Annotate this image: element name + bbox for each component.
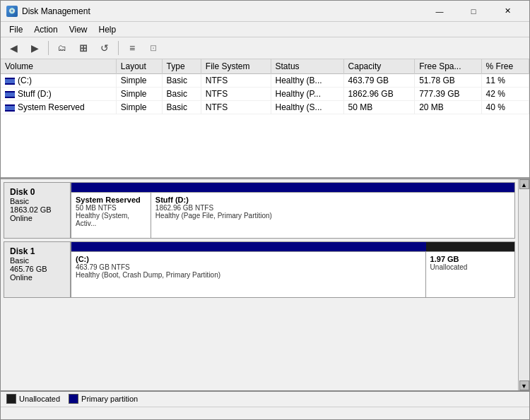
scroll-up[interactable]: ▲ — [519, 179, 529, 189]
window-title: Disk Management — [22, 6, 423, 16]
table-row[interactable]: Stuff (D:) Simple Basic NTFS Healthy (P.… — [1, 88, 529, 101]
cell-volume: System Reserved — [1, 101, 116, 114]
legend-primary-box — [69, 394, 78, 404]
disk-partitions-0: System Reserved 50 MB NTFS Healthy (Syst… — [71, 183, 514, 238]
partition-name: Stuff (D:) — [155, 196, 510, 204]
col-percentfree[interactable]: % Free — [481, 59, 529, 74]
toolbar: ◀ ▶ 🗂 ⊞ ↺ ≡ ⊡ — [1, 37, 529, 59]
scrollbar[interactable]: ▲ ▼ — [518, 179, 529, 390]
partition-size: 1862.96 GB NTFS — [155, 204, 510, 212]
disk-bar-0 — [71, 183, 514, 193]
disk-label-1: Disk 1 Basic 465.76 GB Online — [4, 242, 71, 297]
col-layout[interactable]: Layout — [116, 59, 162, 74]
cell-capacity: 50 MB — [343, 101, 415, 114]
partition-name: (C:) — [76, 255, 421, 263]
bar-segment — [426, 242, 514, 251]
legend-unallocated-label: Unallocated — [19, 395, 60, 403]
minimize-button[interactable]: — — [423, 1, 456, 22]
cell-status: Healthy (P... — [271, 88, 343, 101]
partition-size: 50 MB NTFS — [76, 204, 146, 212]
disk-row-0: Disk 0 Basic 1863.02 GB Online System Re… — [4, 182, 515, 239]
col-status[interactable]: Status — [271, 59, 343, 74]
disk-properties-button[interactable]: ⊞ — [73, 38, 93, 58]
partition-detail: Healthy (Boot, Crash Dump, Primary Parti… — [76, 271, 421, 279]
disk-bar-1 — [71, 242, 514, 252]
cell-layout: Simple — [116, 88, 162, 101]
partition-block-1-0[interactable]: (C:) 463.79 GB NTFS Healthy (Boot, Crash… — [71, 252, 426, 297]
legend-primary: Primary partition — [69, 394, 138, 404]
col-capacity[interactable]: Capacity — [343, 59, 415, 74]
main-content: Volume Layout Type File System Status Ca… — [1, 59, 529, 390]
back-button[interactable]: ◀ — [4, 38, 23, 58]
cell-percentfree: 42 % — [481, 88, 529, 101]
col-freespace[interactable]: Free Spa... — [415, 59, 481, 74]
cell-volume: Stuff (D:) — [1, 88, 116, 101]
table-row[interactable]: (C:) Simple Basic NTFS Healthy (B... 463… — [1, 74, 529, 88]
close-button[interactable]: ✕ — [491, 1, 524, 22]
cell-type: Basic — [162, 74, 201, 88]
toolbar-sep-2 — [118, 41, 119, 55]
partition-size: Unallocated — [430, 263, 510, 271]
cell-capacity: 1862.96 GB — [343, 88, 415, 101]
partition-detail: Healthy (Page File, Primary Partition) — [155, 212, 510, 220]
partition-block-1-1[interactable]: 1.97 GB Unallocated — [426, 252, 514, 297]
disk-row-1: Disk 1 Basic 465.76 GB Online (C:) 463.7… — [4, 241, 515, 298]
col-filesystem[interactable]: File System — [201, 59, 271, 74]
cell-layout: Simple — [116, 74, 162, 88]
disk-size: 1863.02 GB — [10, 205, 64, 214]
disk-type: Basic — [10, 197, 64, 205]
window-controls: — □ ✕ — [423, 1, 524, 22]
title-bar: 💿 Disk Management — □ ✕ — [1, 1, 529, 22]
bar-segment — [71, 242, 426, 251]
disk-label-0: Disk 0 Basic 1863.02 GB Online — [4, 183, 71, 238]
cell-freespace: 51.78 GB — [415, 74, 481, 88]
menu-help[interactable]: Help — [93, 22, 122, 37]
menu-action[interactable]: Action — [28, 22, 63, 37]
disk-status: Online — [10, 214, 64, 222]
cell-percentfree: 40 % — [481, 101, 529, 114]
disk-status: Online — [10, 273, 64, 282]
legend-bar: Unallocated Primary partition — [1, 390, 529, 406]
cell-capacity: 463.79 GB — [343, 74, 415, 88]
extend-button[interactable]: ⊡ — [143, 38, 163, 58]
cell-percentfree: 11 % — [481, 74, 529, 88]
col-type[interactable]: Type — [162, 59, 201, 74]
disk-partitions-1: (C:) 463.79 GB NTFS Healthy (Boot, Crash… — [71, 242, 514, 297]
forward-button[interactable]: ▶ — [25, 38, 45, 58]
partitions-detail-0: System Reserved 50 MB NTFS Healthy (Syst… — [71, 193, 514, 238]
disk-name: Disk 1 — [10, 246, 64, 256]
partitions-detail-1: (C:) 463.79 GB NTFS Healthy (Boot, Crash… — [71, 252, 514, 297]
cell-filesystem: NTFS — [201, 88, 271, 101]
cell-status: Healthy (S... — [271, 101, 343, 114]
disk-name: Disk 0 — [10, 187, 64, 197]
legend-unallocated-box — [6, 394, 16, 404]
cell-freespace: 777.39 GB — [415, 88, 481, 101]
menu-file[interactable]: File — [4, 22, 28, 37]
volume-table: Volume Layout Type File System Status Ca… — [1, 59, 529, 114]
legend-primary-label: Primary partition — [81, 395, 138, 403]
partition-detail: Healthy (System, Activ... — [76, 212, 146, 227]
status-bar — [1, 407, 529, 420]
partition-block-0-1[interactable]: Stuff (D:) 1862.96 GB NTFS Healthy (Page… — [151, 193, 514, 238]
table-row[interactable]: System Reserved Simple Basic NTFS Health… — [1, 101, 529, 114]
properties-button[interactable]: 🗂 — [52, 38, 72, 58]
cell-type: Basic — [162, 88, 201, 101]
cell-layout: Simple — [116, 101, 162, 114]
format-button[interactable]: ≡ — [122, 38, 142, 58]
app-icon: 💿 — [6, 6, 18, 17]
partition-block-0-0[interactable]: System Reserved 50 MB NTFS Healthy (Syst… — [71, 193, 151, 238]
scroll-down[interactable]: ▼ — [519, 380, 529, 390]
disk-size: 465.76 GB — [10, 265, 64, 273]
table-header-row: Volume Layout Type File System Status Ca… — [1, 59, 529, 74]
partition-name: System Reserved — [76, 196, 146, 204]
upper-pane: Volume Layout Type File System Status Ca… — [1, 59, 529, 179]
maximize-button[interactable]: □ — [457, 1, 490, 22]
window-frame: 💿 Disk Management — □ ✕ File Action View… — [0, 0, 530, 420]
menu-view[interactable]: View — [64, 22, 93, 37]
cell-filesystem: NTFS — [201, 101, 271, 114]
bar-segment — [71, 183, 151, 192]
bar-segment — [151, 183, 514, 192]
partition-name: 1.97 GB — [430, 255, 510, 263]
rescan-button[interactable]: ↺ — [95, 38, 114, 58]
col-volume[interactable]: Volume — [1, 59, 116, 74]
